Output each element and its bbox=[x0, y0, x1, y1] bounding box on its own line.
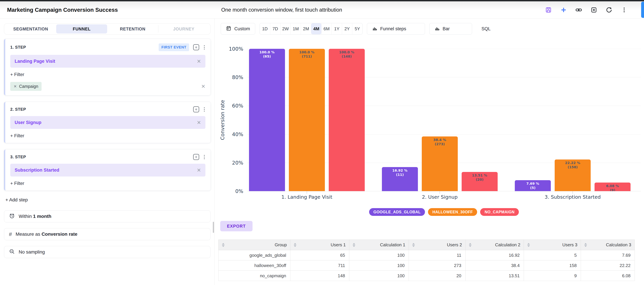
legend-pill-halloween_30off[interactable]: HALLOWEEN_30OFF bbox=[428, 208, 477, 216]
more-menu-icon[interactable] bbox=[620, 6, 628, 14]
breakdown-chip-row: ✕ Campaign ✕ bbox=[10, 82, 206, 91]
remove-event-icon[interactable]: ✕ bbox=[197, 120, 201, 126]
bar-google_ads_global-step3[interactable]: 7.69 %(5) bbox=[515, 180, 551, 191]
bar-value-label: 38.4 %(273) bbox=[422, 136, 458, 146]
sort-icon[interactable] bbox=[469, 243, 472, 247]
range-button-6m[interactable]: 6M bbox=[321, 23, 332, 34]
add-filter-link[interactable]: + Filter bbox=[10, 133, 206, 138]
bar-no_capmaign-step2[interactable]: 13.51 %(20) bbox=[462, 172, 498, 191]
table-cell: 20 bbox=[409, 271, 466, 281]
sort-icon[interactable] bbox=[412, 243, 415, 247]
tab-journey[interactable]: JOURNEY bbox=[158, 24, 209, 34]
bar-no_capmaign-step3[interactable]: 6.08 %(9) bbox=[594, 182, 630, 191]
legend-pill-google_ads_global[interactable]: GOOGLE_ADS_GLOBAL bbox=[369, 208, 425, 216]
column-header-users-1[interactable]: Users 1 bbox=[290, 240, 349, 250]
bar-halloween_30off-step2[interactable]: 38.4 %(273) bbox=[422, 136, 458, 191]
column-header-group[interactable]: Group bbox=[218, 240, 290, 250]
range-button-1m[interactable]: 1M bbox=[290, 23, 301, 34]
sort-icon[interactable] bbox=[352, 243, 355, 247]
bar-value-label: 16.92 %(11) bbox=[382, 167, 418, 177]
column-header-users-2[interactable]: Users 2 bbox=[409, 240, 466, 250]
add-step-link[interactable]: + Add step bbox=[6, 197, 210, 202]
chart-legend: GOOGLE_ADS_GLOBALHALLOWEEN_30OFFNO_CAPMA… bbox=[247, 208, 641, 216]
column-header-calculation-2[interactable]: Calculation 2 bbox=[466, 240, 524, 250]
tab-segmentation[interactable]: SEGMENTATION bbox=[5, 24, 56, 34]
range-button-2m[interactable]: 2M bbox=[301, 23, 311, 34]
table-cell: 100 bbox=[349, 250, 409, 260]
column-header-calculation-1[interactable]: Calculation 1 bbox=[349, 240, 409, 250]
add-icon[interactable] bbox=[560, 6, 567, 14]
sort-icon[interactable] bbox=[584, 243, 587, 247]
chart-controls: Custom 1D7D2W1M2M4M6M1Y2Y5Y Funnel steps… bbox=[221, 23, 490, 34]
save-icon[interactable] bbox=[545, 6, 552, 14]
column-header-label: Users 2 bbox=[447, 242, 462, 248]
custom-date-button[interactable]: Custom bbox=[221, 23, 255, 34]
range-button-1d[interactable]: 1D bbox=[260, 23, 270, 34]
range-button-2y[interactable]: 2Y bbox=[342, 23, 352, 34]
column-header-users-3[interactable]: Users 3 bbox=[524, 240, 581, 250]
bar-halloween_30off-step3[interactable]: 22.22 %(158) bbox=[555, 160, 591, 191]
column-header-label: Users 1 bbox=[330, 242, 346, 248]
export-button[interactable]: EXPORT bbox=[220, 221, 252, 231]
tab-retention[interactable]: RETENTION bbox=[107, 24, 158, 34]
event-row[interactable]: Subscription Started ✕ bbox=[10, 164, 206, 176]
step-number-label: 1. STEP bbox=[10, 45, 26, 50]
bar-no_capmaign-step1[interactable]: 100.0 %(148) bbox=[329, 49, 365, 191]
bar-google_ads_global-step1[interactable]: 100.0 %(65) bbox=[249, 49, 285, 191]
sidebar-scrollbar-thumb[interactable] bbox=[213, 222, 214, 233]
chart-type-select[interactable]: Bar bbox=[429, 23, 472, 34]
link-icon[interactable] bbox=[575, 6, 582, 14]
breakdown-select[interactable]: Funnel steps bbox=[367, 23, 425, 34]
table-cell: 16.92 bbox=[466, 250, 524, 260]
add-filter-link[interactable]: + Filter bbox=[10, 181, 206, 186]
step-options-icon[interactable] bbox=[203, 107, 206, 112]
table-cell: google_ads_global bbox=[218, 250, 290, 260]
sampling-setting[interactable]: No sampling bbox=[4, 246, 210, 258]
bar-halloween_30off-step1[interactable]: 100.0 %(711) bbox=[289, 49, 325, 191]
range-button-1y[interactable]: 1Y bbox=[332, 23, 342, 34]
range-button-5y[interactable]: 5Y bbox=[352, 23, 362, 34]
measure-setting[interactable]: # Measure as Conversion rate bbox=[4, 228, 210, 240]
sql-toggle[interactable]: SQL bbox=[482, 26, 490, 32]
conversion-window-setting[interactable]: Within 1 month bbox=[4, 210, 210, 222]
query-builder-sidebar: SEGMENTATION FUNNEL RETENTION JOURNEY 1.… bbox=[0, 18, 215, 285]
event-row[interactable]: User Signup ✕ bbox=[10, 116, 206, 129]
step-options-icon[interactable] bbox=[203, 44, 206, 50]
clear-query-icon[interactable] bbox=[590, 6, 598, 14]
remove-event-icon[interactable]: ✕ bbox=[197, 167, 201, 173]
table-cell: 38.4 bbox=[466, 260, 524, 271]
y-axis-tick-label: 100% bbox=[229, 46, 243, 52]
setting-text: Measure as Conversion rate bbox=[16, 232, 78, 237]
tab-funnel[interactable]: FUNNEL bbox=[56, 24, 107, 34]
range-group: 1D7D2W1M2M4M6M1Y2Y5Y bbox=[260, 23, 362, 34]
setting-text: Within 1 month bbox=[19, 214, 51, 219]
add-event-icon[interactable]: + bbox=[193, 106, 199, 112]
chart-type-label: Bar bbox=[442, 26, 450, 32]
remove-breakdown-icon[interactable]: ✕ bbox=[201, 84, 206, 89]
sort-icon[interactable] bbox=[222, 243, 224, 247]
column-header-calculation-3[interactable]: Calculation 3 bbox=[581, 240, 635, 250]
event-row[interactable]: Landing Page Visit ✕ bbox=[10, 55, 206, 68]
add-filter-link[interactable]: + Filter bbox=[10, 72, 206, 77]
bar-google_ads_global-step2[interactable]: 16.92 %(11) bbox=[382, 167, 418, 191]
page-scrollbar-thumb[interactable] bbox=[641, 2, 644, 18]
setting-text: No sampling bbox=[19, 249, 45, 255]
column-header-label: Calculation 2 bbox=[495, 242, 520, 248]
sort-icon[interactable] bbox=[294, 243, 296, 247]
refresh-icon[interactable] bbox=[605, 6, 613, 14]
remove-chip-icon[interactable]: ✕ bbox=[14, 84, 17, 89]
add-event-icon[interactable]: + bbox=[193, 154, 199, 160]
range-button-7d[interactable]: 7D bbox=[270, 23, 280, 34]
remove-event-icon[interactable]: ✕ bbox=[197, 58, 201, 64]
legend-pill-no_capmaign[interactable]: NO_CAPMAIGN bbox=[480, 208, 519, 216]
step-options-icon[interactable] bbox=[203, 154, 206, 160]
x-axis-tick bbox=[572, 191, 573, 194]
range-button-4m[interactable]: 4M bbox=[311, 23, 321, 34]
add-event-icon[interactable]: + bbox=[193, 44, 199, 50]
breakdown-chip-campaign[interactable]: ✕ Campaign bbox=[10, 82, 42, 91]
page-title: Marketing Campaign Conversion Success bbox=[7, 7, 118, 13]
sort-icon[interactable] bbox=[527, 243, 530, 247]
range-button-2w[interactable]: 2W bbox=[280, 23, 290, 34]
x-axis-category-label: 2. User Signup bbox=[422, 194, 458, 200]
table-cell: 711 bbox=[290, 260, 349, 271]
